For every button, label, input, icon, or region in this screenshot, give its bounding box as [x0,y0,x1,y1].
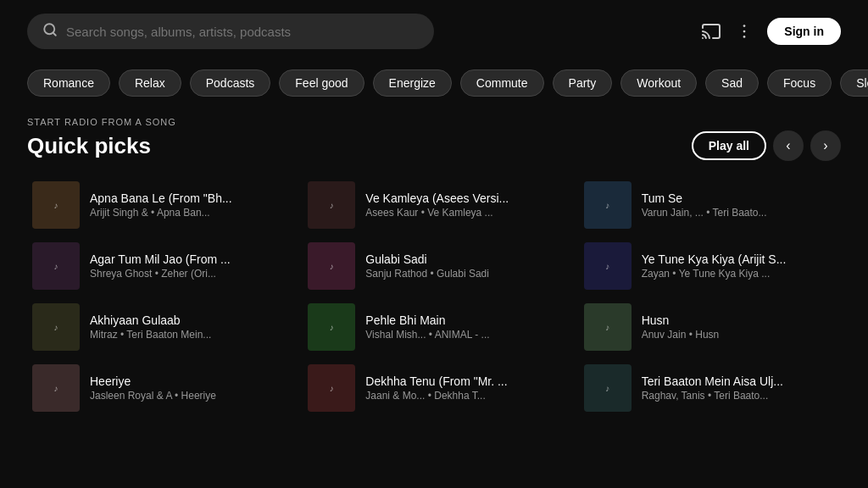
song-title: Gulabi Sadi [365,252,559,266]
song-thumbnail: ♪ [308,181,355,229]
song-item[interactable]: ♪Agar Tum Mil Jao (From ...Shreya Ghost … [27,236,289,297]
song-info: Ye Tune Kya Kiya (Arijit S...Zayan • Ye … [642,252,836,280]
play-all-button[interactable]: Play all [692,131,766,160]
song-title: Husn [642,313,836,327]
main-content: START RADIO FROM A SONG Quick picks Play… [0,110,868,425]
song-item[interactable]: ♪Apna Bana Le (From "Bh...Arijit Singh &… [27,175,289,236]
song-info: Pehle Bhi MainVishal Mish... • ANIMAL - … [365,313,559,341]
song-thumbnail: ♪ [584,303,632,351]
song-item[interactable]: ♪HeeriyeJasleen Royal & A • Heeriye [27,358,289,419]
header-right: Sign in [701,18,841,45]
song-item[interactable]: ♪HusnAnuv Jain • Husn [579,297,841,358]
search-icon [42,22,58,41]
genre-pill-sleep[interactable]: Sleep [840,69,868,97]
song-meta: Mitraz • Teri Baaton Mein... [90,329,284,341]
song-item[interactable]: ♪Akhiyaan GulaabMitraz • Teri Baaton Mei… [27,297,289,358]
genre-pill-focus[interactable]: Focus [767,69,832,97]
song-info: Apna Bana Le (From "Bh...Arijit Singh & … [90,191,284,219]
song-info: HeeriyeJasleen Royal & A • Heeriye [90,374,284,402]
song-item[interactable]: ♪Ye Tune Kya Kiya (Arijit S...Zayan • Ye… [579,236,841,297]
song-item[interactable]: ♪Gulabi SadiSanju Rathod • Gulabi Sadi [303,236,565,297]
section-title: Quick picks [27,133,151,159]
genre-pill-party[interactable]: Party [553,69,613,97]
sign-in-button[interactable]: Sign in [767,18,841,45]
song-meta: Zayan • Ye Tune Kya Kiya ... [642,268,836,280]
svg-point-3 [743,25,746,27]
song-thumbnail: ♪ [308,364,355,412]
song-item[interactable]: ♪Tum SeVarun Jain, ... • Teri Baato... [579,175,841,236]
prev-button[interactable]: ‹ [773,130,804,161]
song-title: Pehle Bhi Main [365,313,559,327]
song-meta: Vishal Mish... • ANIMAL - ... [365,329,559,341]
genre-bar: RomanceRelaxPodcastsFeel goodEnergizeCom… [0,63,868,110]
song-meta: Shreya Ghost • Zeher (Ori... [90,268,284,280]
song-thumbnail: ♪ [32,181,80,229]
song-meta: Jaani & Mo... • Dekhha T... [365,390,559,402]
genre-pill-sad[interactable]: Sad [705,69,759,97]
song-info: Dekhha Tenu (From "Mr. ...Jaani & Mo... … [365,374,559,402]
header: Sign in [0,0,868,63]
genre-pill-relax[interactable]: Relax [119,69,181,97]
song-info: Gulabi SadiSanju Rathod • Gulabi Sadi [365,252,559,280]
song-title: Ye Tune Kya Kiya (Arijit S... [642,252,836,266]
song-info: Akhiyaan GulaabMitraz • Teri Baaton Mein… [90,313,284,341]
genre-pill-workout[interactable]: Workout [620,69,697,97]
song-thumbnail: ♪ [32,364,80,412]
song-info: Agar Tum Mil Jao (From ...Shreya Ghost •… [90,252,284,280]
song-meta: Asees Kaur • Ve Kamleya ... [365,207,559,219]
song-meta: Sanju Rathod • Gulabi Sadi [365,268,559,280]
song-thumbnail: ♪ [584,364,632,412]
svg-line-1 [53,32,55,35]
genre-pill-feel-good[interactable]: Feel good [279,69,364,97]
song-meta: Varun Jain, ... • Teri Baato... [642,207,836,219]
song-thumbnail: ♪ [308,242,355,290]
song-thumbnail: ♪ [584,242,632,290]
song-thumbnail: ♪ [308,303,355,351]
song-title: Akhiyaan Gulaab [90,313,284,327]
song-grid: ♪Apna Bana Le (From "Bh...Arijit Singh &… [27,175,841,419]
song-title: Dekhha Tenu (From "Mr. ... [365,374,559,388]
song-title: Ve Kamleya (Asees Versi... [365,191,559,205]
cast-icon[interactable] [701,21,721,42]
svg-point-5 [743,36,746,38]
song-title: Heeriye [90,374,284,388]
song-title: Agar Tum Mil Jao (From ... [90,252,284,266]
genre-pill-podcasts[interactable]: Podcasts [190,69,271,97]
search-bar[interactable] [27,14,434,49]
more-vertical-icon[interactable] [735,22,754,41]
song-title: Tum Se [642,191,836,205]
svg-point-4 [743,30,746,33]
song-meta: Anuv Jain • Husn [642,329,836,341]
song-meta: Arijit Singh & • Apna Ban... [90,207,284,219]
song-item[interactable]: ♪Pehle Bhi MainVishal Mish... • ANIMAL -… [303,297,565,358]
genre-pill-energize[interactable]: Energize [373,69,452,97]
genre-pill-commute[interactable]: Commute [460,69,544,97]
song-thumbnail: ♪ [32,303,80,351]
song-info: HusnAnuv Jain • Husn [642,313,836,341]
song-meta: Jasleen Royal & A • Heeriye [90,390,284,402]
section-label: START RADIO FROM A SONG [27,117,841,127]
search-input[interactable] [66,25,419,39]
next-button[interactable]: › [810,130,841,161]
song-thumbnail: ♪ [584,181,632,229]
section-title-row: Quick picks Play all ‹ › [27,130,841,161]
section-controls: Play all ‹ › [692,130,841,161]
song-title: Apna Bana Le (From "Bh... [90,191,284,205]
song-item[interactable]: ♪Teri Baaton Mein Aisa Ulj...Raghav, Tan… [579,358,841,419]
song-thumbnail: ♪ [32,242,80,290]
song-info: Tum SeVarun Jain, ... • Teri Baato... [642,191,836,219]
song-info: Teri Baaton Mein Aisa Ulj...Raghav, Tani… [642,374,836,402]
song-item[interactable]: ♪Ve Kamleya (Asees Versi...Asees Kaur • … [303,175,565,236]
song-item[interactable]: ♪Dekhha Tenu (From "Mr. ...Jaani & Mo...… [303,358,565,419]
genre-pill-romance[interactable]: Romance [27,69,110,97]
song-title: Teri Baaton Mein Aisa Ulj... [642,374,836,388]
song-meta: Raghav, Tanis • Teri Baato... [642,390,836,402]
song-info: Ve Kamleya (Asees Versi...Asees Kaur • V… [365,191,559,219]
